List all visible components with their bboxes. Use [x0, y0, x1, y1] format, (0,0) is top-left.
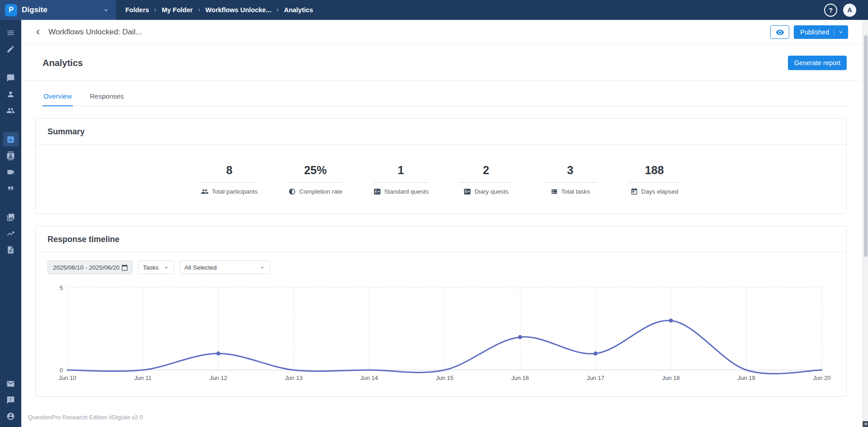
sidebar-bottom-group	[3, 375, 19, 423]
breadcrumb: Folders My Folder Workflows Unlocke... A…	[123, 0, 315, 20]
chevron-down-icon	[163, 265, 169, 270]
type-select-value: Tasks	[143, 264, 159, 271]
breadcrumb-analytics[interactable]: Analytics	[281, 6, 315, 14]
fact-check-icon	[463, 188, 471, 195]
generate-report-button[interactable]: Generate report	[788, 56, 847, 70]
stat-completion-rate: 25% Completion rate	[288, 164, 342, 195]
sidebar	[0, 20, 21, 427]
bar-chart-icon	[6, 135, 15, 144]
svg-text:Jun 12: Jun 12	[210, 375, 227, 381]
sidebar-item-account[interactable]	[3, 409, 19, 423]
stat-value: 25%	[288, 164, 342, 183]
summary-stats: 8 Total participants 25% Completion rate…	[36, 145, 846, 214]
chevron-right-icon	[152, 7, 158, 13]
sidebar-item-discussions[interactable]	[3, 71, 19, 85]
stat-value: 1	[373, 164, 429, 183]
sidebar-item-quotes[interactable]	[3, 181, 19, 195]
topbar-right: ? A	[824, 0, 868, 20]
stat-value: 8	[201, 164, 258, 183]
sidebar-item-reports[interactable]	[3, 242, 19, 257]
scrollbar-thumb[interactable]	[864, 35, 868, 257]
summary-card-title: Summary	[36, 119, 846, 145]
library-icon	[6, 213, 15, 222]
svg-text:Jun 18: Jun 18	[662, 375, 680, 381]
brand-logo: P	[5, 4, 17, 16]
chevron-right-icon	[274, 7, 281, 13]
scroll-down-button[interactable]	[863, 421, 868, 427]
back-button[interactable]	[31, 25, 45, 39]
date-range-value: 2025/06/10 - 2025/06/20	[53, 264, 119, 271]
sidebar-item-participants-group[interactable]	[3, 103, 19, 118]
brand-name: Digsite	[22, 5, 48, 14]
sidebar-item-edit[interactable]	[3, 42, 19, 56]
svg-text:Jun 19: Jun 19	[738, 375, 755, 381]
footer-text: QuestionPro Research Edition #Digsite v2…	[21, 414, 868, 427]
list-icon	[550, 188, 558, 195]
timeline-card-title: Response timeline	[36, 226, 846, 252]
study-header: Workflows Unlocked: Dail... Published	[21, 20, 868, 45]
tabs: Overview Responses	[43, 88, 847, 106]
avatar[interactable]: A	[843, 4, 856, 17]
svg-text:5: 5	[60, 285, 63, 291]
sidebar-item-library[interactable]	[3, 210, 19, 224]
eye-icon	[776, 28, 784, 37]
stat-value: 2	[459, 164, 513, 183]
sidebar-item-participant[interactable]	[3, 87, 19, 101]
chat-icon	[6, 74, 15, 82]
brand-logo-letter: P	[9, 6, 14, 14]
people-icon	[201, 188, 209, 195]
stat-total-participants: 8 Total participants	[201, 164, 258, 195]
timeline-chart-svg: 05Jun 10Jun 11Jun 12Jun 13Jun 14Jun 15Ju…	[48, 282, 835, 384]
mail-icon	[6, 380, 15, 388]
study-header-actions: Published	[770, 25, 848, 39]
chevron-down-icon	[834, 29, 844, 35]
stat-label: Completion rate	[299, 188, 342, 195]
published-button[interactable]: Published	[794, 25, 848, 39]
svg-text:Jun 13: Jun 13	[285, 375, 303, 381]
stat-label: Diary quests	[474, 188, 508, 195]
sidebar-item-video[interactable]	[3, 165, 19, 179]
response-timeline-chart: 05Jun 10Jun 11Jun 12Jun 13Jun 14Jun 15Ju…	[48, 282, 835, 384]
stat-value: 3	[544, 164, 597, 183]
sidebar-item-contacts[interactable]	[3, 148, 19, 163]
type-select[interactable]: Tasks	[138, 261, 174, 274]
stat-total-tasks: 3 Total tasks	[544, 164, 597, 195]
vertical-scrollbar[interactable]	[863, 20, 868, 427]
sidebar-item-menu[interactable]	[3, 25, 19, 40]
published-label: Published	[800, 28, 829, 36]
help-icon: ?	[829, 6, 833, 14]
sidebar-item-mail[interactable]	[3, 376, 19, 391]
stat-standard-quests: 1 Standard quests	[373, 164, 429, 195]
sidebar-item-trends[interactable]	[3, 226, 19, 241]
brand-switcher[interactable]: P Digsite	[0, 0, 116, 20]
sidebar-item-analytics[interactable]	[3, 132, 19, 147]
sidebar-item-feedback[interactable]	[3, 393, 19, 407]
breadcrumb-my-folder[interactable]: My Folder	[159, 6, 195, 14]
chevron-left-icon	[33, 27, 43, 37]
svg-text:Jun 16: Jun 16	[511, 375, 529, 381]
timeline-filters: 2025/06/10 - 2025/06/20 Tasks All Select…	[48, 261, 835, 274]
tab-responses[interactable]: Responses	[89, 88, 125, 106]
quote-icon	[6, 184, 15, 193]
breadcrumb-folders[interactable]: Folders	[123, 6, 151, 14]
svg-text:0: 0	[60, 367, 63, 374]
stat-diary-quests: 2 Diary quests	[459, 164, 513, 195]
stat-label: Total participants	[212, 188, 258, 195]
selection-select-value: All Selected	[185, 264, 217, 271]
tab-overview[interactable]: Overview	[43, 88, 73, 106]
page-title: Analytics	[43, 58, 83, 68]
svg-text:Jun 10: Jun 10	[58, 375, 76, 381]
stat-label: Total tasks	[561, 188, 590, 195]
preview-button[interactable]	[770, 25, 789, 39]
account-icon	[6, 412, 15, 421]
stat-label: Days elapsed	[641, 188, 678, 195]
chevron-right-icon	[196, 7, 202, 13]
summary-card: Summary 8 Total participants 25% Complet…	[35, 118, 847, 214]
date-range-input[interactable]: 2025/06/10 - 2025/06/20	[48, 261, 133, 274]
main-content: Workflows Unlocked: Dail... Published An…	[21, 20, 868, 427]
avatar-initial: A	[847, 6, 852, 14]
help-button[interactable]: ?	[824, 4, 837, 17]
chevron-down-icon	[103, 7, 110, 14]
selection-select[interactable]: All Selected	[180, 261, 270, 274]
breadcrumb-study[interactable]: Workflows Unlocke...	[203, 6, 274, 14]
